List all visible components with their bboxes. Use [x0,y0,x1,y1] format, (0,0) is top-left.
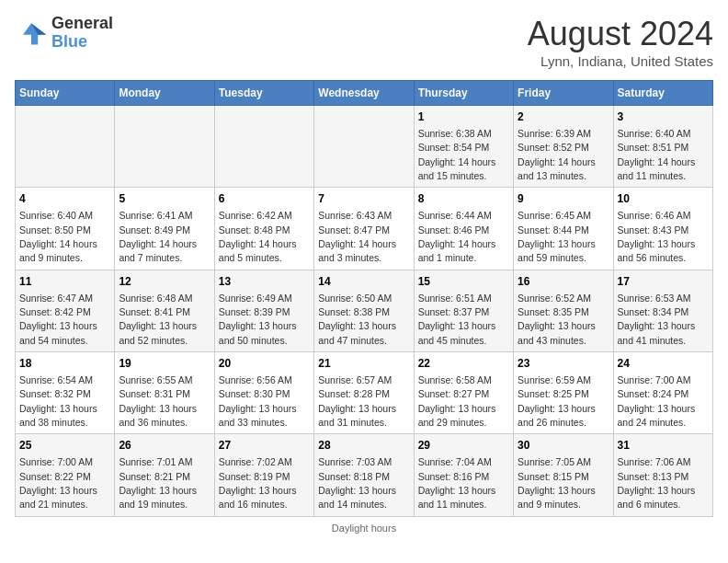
calendar-cell: 29Sunrise: 7:04 AM Sunset: 8:16 PM Dayli… [414,434,513,516]
day-number: 7 [318,191,409,207]
calendar-cell: 5Sunrise: 6:41 AM Sunset: 8:49 PM Daylig… [115,188,214,270]
calendar-cell: 3Sunrise: 6:40 AM Sunset: 8:51 PM Daylig… [613,106,712,188]
calendar-cell [214,106,313,188]
day-number: 25 [19,438,110,454]
day-number: 2 [518,109,609,125]
day-info: Sunrise: 6:38 AM Sunset: 8:54 PM Dayligh… [418,128,496,181]
calendar-cell: 22Sunrise: 6:58 AM Sunset: 8:27 PM Dayli… [414,352,513,434]
calendar-week-1: 1Sunrise: 6:38 AM Sunset: 8:54 PM Daylig… [16,106,713,188]
calendar-cell: 16Sunrise: 6:52 AM Sunset: 8:35 PM Dayli… [514,270,613,351]
day-number: 21 [318,356,409,372]
day-number: 13 [219,274,310,290]
day-info: Sunrise: 6:44 AM Sunset: 8:46 PM Dayligh… [418,210,496,263]
calendar-week-2: 4Sunrise: 6:40 AM Sunset: 8:50 PM Daylig… [16,188,713,270]
day-header-saturday: Saturday [613,81,712,106]
calendar-cell: 28Sunrise: 7:03 AM Sunset: 8:18 PM Dayli… [314,434,414,516]
day-number: 15 [418,274,509,290]
calendar-cell: 12Sunrise: 6:48 AM Sunset: 8:41 PM Dayli… [115,270,214,351]
calendar-cell: 25Sunrise: 7:00 AM Sunset: 8:22 PM Dayli… [16,434,115,516]
day-info: Sunrise: 6:59 AM Sunset: 8:25 PM Dayligh… [518,374,596,428]
calendar-cell: 18Sunrise: 6:54 AM Sunset: 8:32 PM Dayli… [16,352,115,434]
calendar-cell: 13Sunrise: 6:49 AM Sunset: 8:39 PM Dayli… [214,270,313,351]
calendar-cell [16,106,115,188]
day-info: Sunrise: 6:55 AM Sunset: 8:31 PM Dayligh… [119,374,197,428]
calendar-cell: 1Sunrise: 6:38 AM Sunset: 8:54 PM Daylig… [414,106,513,188]
day-info: Sunrise: 6:57 AM Sunset: 8:28 PM Dayligh… [318,374,396,428]
day-info: Sunrise: 6:40 AM Sunset: 8:50 PM Dayligh… [19,210,97,263]
day-info: Sunrise: 6:48 AM Sunset: 8:41 PM Dayligh… [119,293,197,346]
day-number: 14 [318,274,409,290]
day-number: 23 [518,356,609,372]
footer-note: Daylight hours [15,523,713,534]
calendar-cell: 2Sunrise: 6:39 AM Sunset: 8:52 PM Daylig… [514,106,613,188]
page-header: General Blue August 2024 Lynn, Indiana, … [15,15,713,69]
day-header-friday: Friday [514,81,613,106]
day-number: 27 [219,438,310,454]
day-number: 4 [19,191,110,207]
calendar-cell: 24Sunrise: 7:00 AM Sunset: 8:24 PM Dayli… [613,352,712,434]
calendar-week-3: 11Sunrise: 6:47 AM Sunset: 8:42 PM Dayli… [16,270,713,351]
day-header-monday: Monday [115,81,214,106]
day-number: 10 [618,191,709,207]
day-number: 31 [618,438,709,454]
day-info: Sunrise: 6:51 AM Sunset: 8:37 PM Dayligh… [418,293,496,346]
day-info: Sunrise: 7:00 AM Sunset: 8:22 PM Dayligh… [19,456,97,510]
calendar-cell: 27Sunrise: 7:02 AM Sunset: 8:19 PM Dayli… [214,434,313,516]
calendar-cell: 23Sunrise: 6:59 AM Sunset: 8:25 PM Dayli… [514,352,613,434]
day-header-sunday: Sunday [16,81,115,106]
day-number: 12 [119,274,210,290]
logo: General Blue [15,15,113,52]
calendar-cell: 11Sunrise: 6:47 AM Sunset: 8:42 PM Dayli… [16,270,115,351]
day-info: Sunrise: 6:46 AM Sunset: 8:43 PM Dayligh… [618,210,696,263]
day-number: 17 [618,274,709,290]
day-info: Sunrise: 6:52 AM Sunset: 8:35 PM Dayligh… [518,293,596,346]
day-info: Sunrise: 7:04 AM Sunset: 8:16 PM Dayligh… [418,456,496,510]
calendar-header: SundayMondayTuesdayWednesdayThursdayFrid… [16,81,713,106]
calendar-cell: 26Sunrise: 7:01 AM Sunset: 8:21 PM Dayli… [115,434,214,516]
calendar-cell: 4Sunrise: 6:40 AM Sunset: 8:50 PM Daylig… [16,188,115,270]
day-number: 9 [518,191,609,207]
calendar-cell: 17Sunrise: 6:53 AM Sunset: 8:34 PM Dayli… [613,270,712,351]
day-info: Sunrise: 6:58 AM Sunset: 8:27 PM Dayligh… [418,374,496,428]
day-header-wednesday: Wednesday [314,81,414,106]
calendar-week-5: 25Sunrise: 7:00 AM Sunset: 8:22 PM Dayli… [16,434,713,516]
day-info: Sunrise: 7:00 AM Sunset: 8:24 PM Dayligh… [618,374,696,428]
calendar-cell: 21Sunrise: 6:57 AM Sunset: 8:28 PM Dayli… [314,352,414,434]
day-info: Sunrise: 6:56 AM Sunset: 8:30 PM Dayligh… [219,374,297,428]
day-info: Sunrise: 7:06 AM Sunset: 8:13 PM Dayligh… [618,456,696,510]
day-info: Sunrise: 7:05 AM Sunset: 8:15 PM Dayligh… [518,456,596,510]
calendar-cell [314,106,414,188]
day-info: Sunrise: 6:50 AM Sunset: 8:38 PM Dayligh… [318,293,396,346]
day-info: Sunrise: 6:41 AM Sunset: 8:49 PM Dayligh… [119,210,197,263]
day-number: 6 [219,191,310,207]
day-number: 5 [119,191,210,207]
calendar-table: SundayMondayTuesdayWednesdayThursdayFrid… [15,80,713,517]
day-info: Sunrise: 6:45 AM Sunset: 8:44 PM Dayligh… [518,210,596,263]
day-number: 24 [618,356,709,372]
day-number: 11 [19,274,110,290]
day-number: 18 [19,356,110,372]
calendar-cell: 15Sunrise: 6:51 AM Sunset: 8:37 PM Dayli… [414,270,513,351]
day-info: Sunrise: 6:53 AM Sunset: 8:34 PM Dayligh… [618,293,696,346]
day-number: 26 [119,438,210,454]
day-info: Sunrise: 6:39 AM Sunset: 8:52 PM Dayligh… [518,128,596,181]
calendar-week-4: 18Sunrise: 6:54 AM Sunset: 8:32 PM Dayli… [16,352,713,434]
calendar-cell: 8Sunrise: 6:44 AM Sunset: 8:46 PM Daylig… [414,188,513,270]
logo-icon [15,17,48,50]
day-number: 30 [518,438,609,454]
logo-text: General Blue [51,15,113,52]
calendar-cell [115,106,214,188]
day-info: Sunrise: 7:02 AM Sunset: 8:19 PM Dayligh… [219,456,297,510]
calendar-cell: 9Sunrise: 6:45 AM Sunset: 8:44 PM Daylig… [514,188,613,270]
day-number: 22 [418,356,509,372]
day-number: 29 [418,438,509,454]
day-number: 16 [518,274,609,290]
day-number: 8 [418,191,509,207]
calendar-cell: 7Sunrise: 6:43 AM Sunset: 8:47 PM Daylig… [314,188,414,270]
day-headers-row: SundayMondayTuesdayWednesdayThursdayFrid… [16,81,713,106]
calendar-body: 1Sunrise: 6:38 AM Sunset: 8:54 PM Daylig… [16,106,713,517]
day-number: 1 [418,109,509,125]
calendar-cell: 30Sunrise: 7:05 AM Sunset: 8:15 PM Dayli… [514,434,613,516]
day-number: 3 [618,109,709,125]
day-info: Sunrise: 6:40 AM Sunset: 8:51 PM Dayligh… [618,128,696,181]
